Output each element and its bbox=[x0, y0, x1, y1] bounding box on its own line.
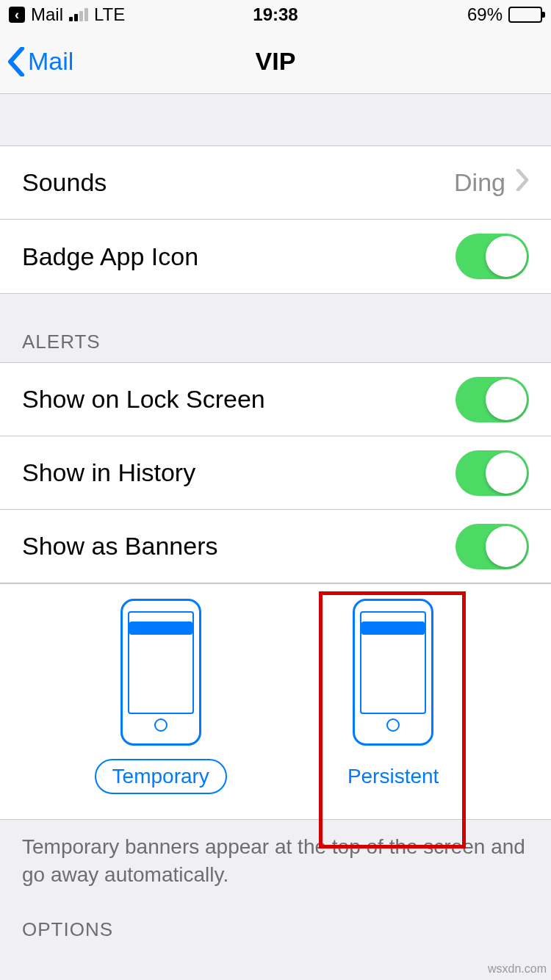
history-row: Show in History bbox=[0, 436, 551, 510]
alerts-group: Show on Lock Screen Show in History Show… bbox=[0, 362, 551, 820]
banners-label: Show as Banners bbox=[22, 532, 455, 561]
phone-temporary-icon bbox=[120, 599, 201, 746]
cellular-signal-icon bbox=[69, 8, 88, 21]
banners-row: Show as Banners bbox=[0, 510, 551, 583]
back-button[interactable]: Mail bbox=[7, 47, 73, 76]
alerts-section-header: ALERTS bbox=[0, 294, 551, 362]
sounds-value: Ding bbox=[454, 168, 505, 197]
back-to-app-icon[interactable]: ‹ bbox=[9, 7, 25, 23]
banner-footer-text: Temporary banners appear at the top of t… bbox=[0, 820, 551, 918]
battery-icon bbox=[508, 7, 542, 23]
temporary-label: Temporary bbox=[95, 759, 227, 794]
badge-row: Badge App Icon bbox=[0, 220, 551, 293]
sounds-row[interactable]: Sounds Ding bbox=[0, 146, 551, 220]
banners-toggle[interactable] bbox=[455, 524, 529, 569]
watermark: wsxdn.com bbox=[488, 962, 547, 976]
page-title: VIP bbox=[256, 47, 296, 76]
battery-percent: 69% bbox=[467, 4, 503, 25]
navigation-bar: Mail VIP bbox=[0, 29, 551, 94]
history-label: Show in History bbox=[22, 458, 455, 487]
badge-toggle[interactable] bbox=[455, 234, 529, 279]
settings-group-1: Sounds Ding Badge App Icon bbox=[0, 145, 551, 294]
carrier-label: LTE bbox=[94, 4, 125, 25]
sounds-label: Sounds bbox=[22, 168, 454, 197]
lockscreen-label: Show on Lock Screen bbox=[22, 385, 455, 414]
history-toggle[interactable] bbox=[455, 450, 529, 496]
badge-label: Badge App Icon bbox=[22, 242, 455, 271]
chevron-right-icon bbox=[516, 168, 529, 197]
annotation-highlight bbox=[319, 591, 466, 849]
banner-style-row: Temporary Persistent bbox=[0, 583, 551, 819]
lockscreen-toggle[interactable] bbox=[455, 377, 529, 422]
lockscreen-row: Show on Lock Screen bbox=[0, 363, 551, 436]
banner-style-temporary[interactable]: Temporary bbox=[95, 599, 227, 794]
chevron-left-icon bbox=[7, 47, 25, 76]
back-label: Mail bbox=[28, 47, 73, 76]
options-section-header: OPTIONS bbox=[0, 918, 551, 941]
status-bar: ‹ Mail LTE 19:38 69% bbox=[0, 0, 551, 29]
back-to-app-label[interactable]: Mail bbox=[31, 4, 63, 25]
